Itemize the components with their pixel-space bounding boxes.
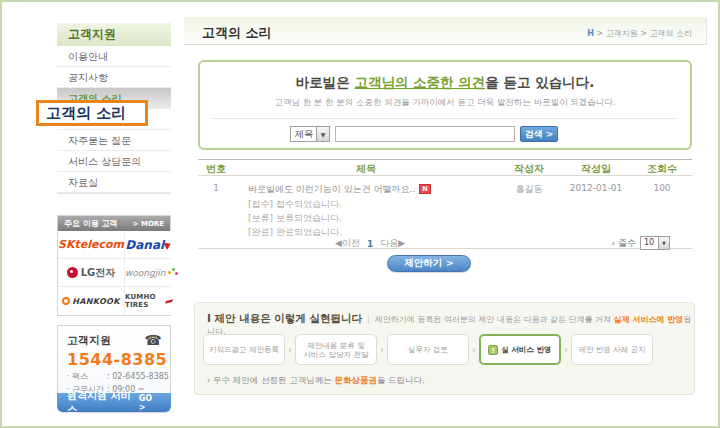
step-arrow-icon: ›	[561, 343, 571, 356]
note-highlight: 문화상품권	[334, 375, 377, 385]
sidebar-item-notices[interactable]: 공지사항	[57, 67, 171, 88]
row-number: 1	[198, 183, 234, 238]
step-arrow-icon: ›	[285, 343, 295, 356]
remote-support-button[interactable]: 원격지원 서비스 GO >	[57, 393, 171, 412]
partners-title: 주요 이용 고객	[64, 218, 118, 229]
col-header-no: 번호	[198, 160, 234, 175]
remote-go-label: GO >	[139, 394, 161, 412]
step-apply-active: ! 실 서비스 반영	[479, 334, 561, 365]
danal-wing-icon	[164, 240, 173, 250]
sidebar-item-usage-guide[interactable]: 이용안내	[57, 46, 171, 67]
board-header-row: 번호 제목 작성자 작성일 조회수	[198, 159, 692, 176]
phone-icon: ☎	[145, 332, 162, 348]
chevron-down-icon: ▼	[316, 127, 329, 141]
search-button[interactable]: 검색 >	[520, 126, 558, 142]
woongjin-spark-icon	[168, 271, 171, 274]
hero-divider	[212, 118, 678, 119]
process-separator: |	[367, 315, 370, 324]
step-arrow-icon: ›	[469, 343, 479, 356]
search-row: 제목 ▼ 검색 >	[290, 126, 690, 142]
logo-woongjin[interactable]: woongjin	[125, 259, 172, 287]
partners-header: 주요 이용 고객 > MORE	[58, 216, 170, 231]
kumho-swoosh-icon	[164, 299, 172, 304]
hero-title-post: 을 듣고 있습니다.	[485, 74, 594, 90]
support-box-title: 고객지원	[67, 333, 111, 348]
logo-kumho-tires[interactable]: KUMHO TIRES	[125, 287, 172, 315]
partners-box: 주요 이용 고객 > MORE SK telecom Danal LG전자 wo…	[57, 215, 171, 316]
post-title-link[interactable]: 바로빌에도 이런기능이 있는건 어떨까요..	[248, 184, 415, 194]
logo-sk-telecom[interactable]: SK telecom	[58, 231, 125, 259]
process-steps: 키워드광고 제안등록 › 제안내용 분류 및 서비스 담당자 전달 › 실무자 …	[203, 334, 653, 365]
rows-per-page-control: › 줄수 10 ▼	[612, 236, 670, 250]
note-post: 을 드립니다.	[377, 375, 425, 385]
logo-danal[interactable]: Danal	[125, 231, 172, 259]
pagination: ◀이전 1 다음▶ › 줄수 10 ▼	[198, 236, 692, 252]
col-header-date: 작성일	[560, 160, 632, 175]
pager: ◀이전 1 다음▶	[335, 237, 405, 250]
step-classify: 제안내용 분류 및 서비스 담당자 전달	[295, 334, 377, 365]
breadcrumb: H > 고객지원 > 고객의 소리	[587, 28, 692, 39]
row-author: 홍길동	[498, 183, 560, 238]
hero-title: 바로빌은 고객님의 소중한 의견을 듣고 있습니다.	[200, 74, 690, 92]
row-date: 2012-01-01	[560, 183, 632, 238]
search-input[interactable]	[335, 126, 515, 142]
chevron-down-icon: ▼	[658, 237, 669, 249]
row-title-cell: 바로빌에도 이런기능이 있는건 어떨까요..N [접수] 접수되었습니다. [보…	[234, 183, 498, 238]
partners-grid: SK telecom Danal LG전자 woongjin HANKOOK K…	[58, 231, 170, 315]
step-announce: 제안 반영 사례 공지	[571, 334, 653, 365]
hero-title-highlight: 고객님의 소중한 의견	[354, 74, 485, 90]
propose-button[interactable]: 제안하기 >	[387, 255, 471, 272]
col-header-views: 조회수	[632, 160, 692, 175]
rows-per-page-select[interactable]: 10 ▼	[640, 236, 670, 250]
logo-lg[interactable]: LG전자	[58, 259, 125, 287]
content-header: 고객의 소리 H > 고객지원 > 고객의 소리	[184, 17, 707, 45]
step-register: 키워드광고 제안등록	[203, 334, 285, 365]
row-views: 100	[632, 183, 692, 238]
hero-notice-box: 바로빌은 고객님의 소중한 의견을 듣고 있습니다. 고객님 한 분 한 분의 …	[198, 60, 692, 150]
step-arrow-icon: ›	[377, 343, 387, 356]
step-review: 실무자 검토	[387, 334, 469, 365]
breadcrumb-path: > 고객지원 > 고객의 소리	[594, 29, 692, 38]
sidebar-item-resources[interactable]: 자료실	[57, 172, 171, 193]
search-filter-value: 제목	[291, 127, 316, 141]
current-page[interactable]: 1	[367, 239, 373, 249]
remote-support-label: 원격지원 서비스	[67, 389, 139, 417]
apply-badge-icon: !	[488, 345, 498, 355]
support-phone-number: 1544-8385	[58, 348, 170, 369]
process-desc-highlight: 실제 서비스에 반영	[614, 315, 684, 324]
partners-more-link[interactable]: > MORE	[133, 220, 164, 228]
logo-sk-suffix: telecom	[74, 238, 124, 251]
hero-subtitle: 고객님 한 분 한 분의 소중한 의견을 가까이에서 듣고 더욱 발전하는 바로…	[200, 97, 690, 109]
process-desc-pre: 제안하기에 등록된 여러분의 제안 내용은 다음과 같은 단계를 거쳐	[375, 315, 614, 324]
process-title: Ⅰ 제안 내용은 이렇게 실현됩니다	[207, 312, 362, 324]
lg-circle-icon	[67, 267, 78, 278]
sidebar-item-faq[interactable]: 자주묻는 질문	[57, 130, 171, 151]
rows-per-page-label: › 줄수	[612, 237, 636, 250]
col-header-author: 작성자	[498, 160, 560, 175]
breadcrumb-home-link[interactable]: H	[587, 29, 594, 38]
col-header-title: 제목	[234, 160, 498, 175]
hero-title-pre: 바로빌은	[296, 74, 355, 90]
page-title: 고객의 소리	[202, 24, 272, 42]
fax-value: : 02-6455-8385	[107, 371, 169, 382]
step-apply-label: 실 서비스 반영	[501, 345, 551, 354]
fax-label: · 팩스	[67, 371, 107, 382]
process-note: › 우수 제안에 선정된 고객님께는 문화상품권을 드립니다.	[207, 375, 425, 387]
logo-hankook[interactable]: HANKOOK	[58, 287, 125, 315]
hankook-ring-icon	[62, 297, 70, 305]
sidebar-title: 고객지원	[57, 23, 171, 46]
rows-per-page-value: 10	[641, 237, 658, 249]
status-line-received: [접수] 접수되었습니다.	[248, 199, 498, 210]
next-page-link[interactable]: 다음▶	[380, 237, 405, 250]
annotation-highlight-box: 고객의 소리	[36, 100, 148, 126]
new-badge-icon: N	[419, 184, 430, 194]
page-canvas: 고객지원 이용안내 공지사항 고객의 소리 질문과 답변 자주묻는 질문 서비스…	[0, 0, 720, 428]
support-fax-row: · 팩스 : 02-6455-8385	[58, 371, 170, 382]
prev-page-link[interactable]: ◀이전	[335, 237, 360, 250]
search-filter-select[interactable]: 제목 ▼	[290, 126, 330, 142]
sidebar-item-service-inquiry[interactable]: 서비스 상담문의	[57, 151, 171, 172]
process-box: Ⅰ 제안 내용은 이렇게 실현됩니다|제안하기에 등록된 여러분의 제안 내용은…	[194, 302, 695, 395]
status-line-hold: [보류] 보류되었습니다.	[248, 213, 498, 224]
note-pre: › 우수 제안에 선정된 고객님께는	[207, 375, 334, 385]
support-contact-box: 고객지원 ☎ 1544-8385 · 팩스 : 02-6455-8385 · 근…	[57, 325, 171, 413]
